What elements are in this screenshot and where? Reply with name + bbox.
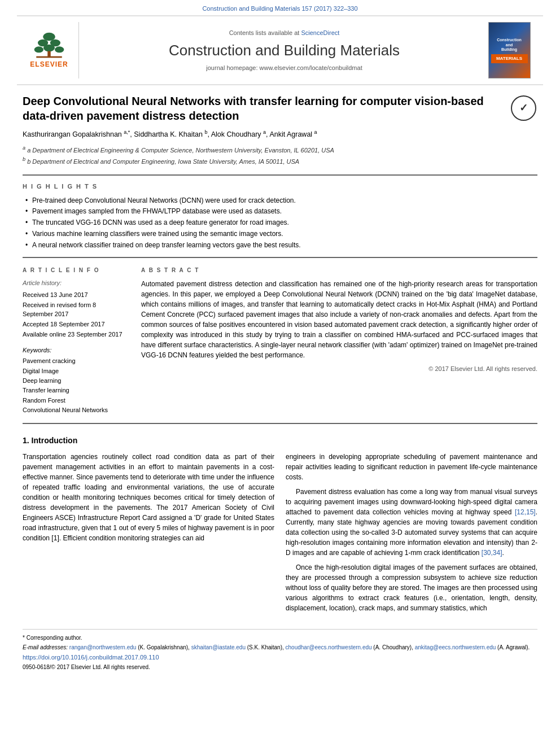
available-online-date: Available online 23 September 2017	[23, 330, 127, 339]
intro-title-text: Introduction	[32, 436, 78, 445]
svg-point-4	[43, 45, 55, 52]
email-link-2[interactable]: skhaitan@iastate.edu	[191, 644, 246, 650]
cover-thumbnail: ConstructionandBuilding MATERIALS	[488, 22, 531, 78]
journal-main-title: Construction and Building Materials	[169, 40, 400, 60]
abstract-column: A B S T R A C T Automated pavement distr…	[141, 267, 537, 416]
doi-link[interactable]: https://doi.org/10.1016/j.conbuildmat.20…	[23, 653, 537, 662]
journal-homepage: journal homepage: www.elsevier.com/locat…	[206, 64, 362, 72]
article-title: Deep Convolutional Neural Networks with …	[23, 94, 509, 123]
crossmark-badge[interactable]: ✓	[509, 94, 537, 122]
affiliations: a a Department of Electrical Engineering…	[23, 145, 537, 166]
highlights-section: H I G H L I G H T S Pre-trained deep Con…	[23, 182, 537, 250]
intro-para-3: Pavement distress evaluation has come a …	[286, 487, 537, 558]
author-siddhartha: Siddhartha K. Khaitan	[134, 131, 203, 139]
crossmark-icon: ✓	[511, 95, 536, 121]
journal-header: ELSEVIER Contents lists available at Sci…	[17, 15, 543, 85]
abstract-section-title: A B S T R A C T	[141, 267, 537, 274]
divider-after-highlights	[23, 257, 537, 258]
cover-materials-text: MATERIALS	[491, 54, 528, 63]
ref-12-15: [12,15]	[515, 508, 536, 516]
keyword-1: Pavement cracking	[23, 357, 127, 365]
science-direct-link[interactable]: ScienceDirect	[301, 29, 339, 36]
keywords-label: Keywords:	[23, 346, 127, 355]
affil-a2-sup: a	[263, 129, 266, 135]
affil-a-sup: a,*	[124, 129, 130, 135]
intro-number: 1.	[23, 436, 29, 445]
elsevier-logo: ELSEVIER	[28, 22, 79, 78]
elsevier-brand-text: ELSEVIER	[30, 60, 68, 69]
copyright-line: © 2017 Elsevier Ltd. All rights reserved…	[141, 365, 537, 373]
cover-title-text: ConstructionandBuilding	[497, 38, 522, 52]
science-direct-line: Contents lists available at ScienceDirec…	[229, 29, 340, 37]
footer-notes: * Corresponding author. E-mail addresses…	[23, 629, 537, 671]
journal-cover-image: ConstructionandBuilding MATERIALS	[487, 22, 532, 78]
keywords-list: Pavement cracking Digital Image Deep lea…	[23, 357, 127, 414]
article-info-abstract-section: A R T I C L E I N F O Article history: R…	[23, 267, 537, 416]
email-link-4[interactable]: ankitag@eecs.northwestern.edu	[415, 644, 496, 650]
affiliation-a: a a Department of Electrical Engineering…	[23, 145, 537, 155]
svg-point-3	[34, 46, 43, 53]
highlight-item-5: A neural network classifier trained on d…	[25, 241, 537, 250]
journal-ref-text: Construction and Building Materials 157 …	[202, 5, 357, 12]
intro-title: 1. Introduction	[23, 435, 537, 447]
article-info-section-title: A R T I C L E I N F O	[23, 267, 127, 274]
highlight-item-1: Pre-trained deep Convolutional Neural Ne…	[25, 196, 537, 206]
received-date: Received 13 June 2017	[23, 291, 127, 299]
affil-b-sup: b	[204, 129, 207, 135]
keyword-6: Convolutional Neural Networks	[23, 406, 127, 414]
article-content: Deep Convolutional Neural Networks with …	[0, 85, 560, 679]
email-note: E-mail addresses: rangan@northwestern.ed…	[23, 644, 537, 652]
highlight-item-4: Various machine learning classifiers wer…	[25, 229, 537, 239]
article-info-column: A R T I C L E I N F O Article history: R…	[23, 267, 127, 416]
accepted-date: Accepted 18 September 2017	[23, 320, 127, 329]
highlight-item-3: The truncated VGG-16 DCNN was used as a …	[25, 218, 537, 228]
intro-para-4: Once the high-resolution digital images …	[286, 562, 537, 613]
intro-right-col: engineers in developing appropriate sche…	[286, 452, 537, 618]
journal-reference: Construction and Building Materials 157 …	[0, 0, 560, 15]
issn-text: 0950-0618/© 2017 Elsevier Ltd. All right…	[23, 664, 150, 670]
author-kasthurirangan: Kasthurirangan Gopalakrishnan	[23, 131, 122, 139]
svg-rect-7	[36, 56, 62, 58]
svg-point-5	[55, 46, 64, 53]
authors-line: Kasthurirangan Gopalakrishnan a,*, Siddh…	[23, 129, 537, 140]
highlight-item-2: Pavement images sampled from the FHWA/LT…	[25, 207, 537, 216]
keyword-5: Random Forest	[23, 396, 127, 405]
ref-30-34: [30,34]	[482, 549, 502, 557]
email-label: E-mail addresses:	[23, 644, 68, 650]
received-revised-date: Received in revised form 8 September 201…	[23, 301, 127, 318]
author-alok: Alok Choudhary	[211, 131, 261, 139]
contents-text: Contents lists available at	[229, 29, 301, 36]
abstract-text: Automated pavement distress detection an…	[141, 279, 537, 360]
article-history-label: Article history:	[23, 279, 127, 287]
intro-para-1: Transportation agencies routinely collec…	[23, 452, 274, 543]
affil-a3-sup: a	[314, 129, 317, 135]
keyword-3: Deep learning	[23, 377, 127, 385]
journal-title-area: Contents lists available at ScienceDirec…	[90, 22, 478, 78]
page: Construction and Building Materials 157 …	[0, 0, 560, 680]
keyword-4: Transfer learning	[23, 386, 127, 395]
highlights-title: H I G H L I G H T S	[23, 182, 537, 191]
article-title-section: Deep Convolutional Neural Networks with …	[23, 94, 537, 123]
introduction-section: 1. Introduction Transportation agencies …	[23, 435, 537, 618]
elsevier-tree-icon	[32, 32, 66, 60]
highlights-list: Pre-trained deep Convolutional Neural Ne…	[25, 196, 537, 250]
email-link-3[interactable]: choudhar@eecs.northwestern.edu	[286, 644, 372, 650]
email-link-1[interactable]: rangan@northwestern.edu	[69, 644, 137, 650]
divider-after-abstract	[23, 423, 537, 424]
intro-body: Transportation agencies routinely collec…	[23, 452, 537, 618]
corresponding-author-note: * Corresponding author.	[23, 634, 537, 642]
author-ankit: Ankit Agrawal	[269, 131, 312, 139]
intro-left-col: Transportation agencies routinely collec…	[23, 452, 274, 618]
intro-para-2: engineers in developing appropriate sche…	[286, 452, 537, 482]
keyword-2: Digital Image	[23, 367, 127, 375]
divider-after-affiliations	[23, 174, 537, 176]
affiliation-b: b b Department of Electrical and Compute…	[23, 156, 537, 166]
